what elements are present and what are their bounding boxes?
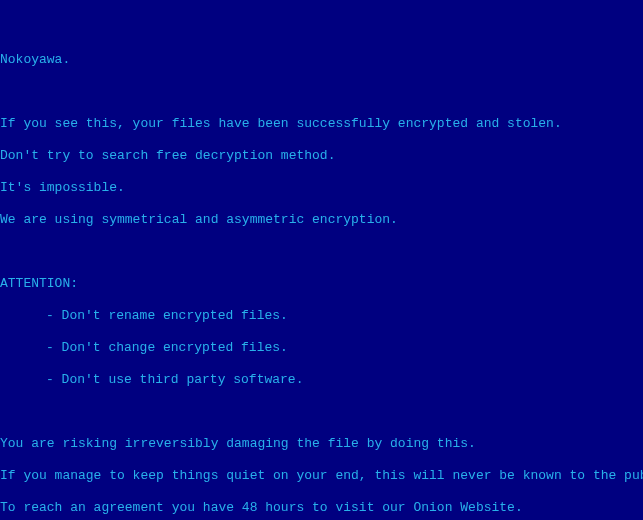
intro-line-4: We are using symmetrical and asymmetric …	[0, 212, 643, 228]
warning-line-3: To reach an agreement you have 48 hours …	[0, 500, 643, 516]
note-title: Nokoyawa.	[0, 52, 643, 68]
attention-header: ATTENTION:	[0, 276, 643, 292]
intro-line-3: It's impossible.	[0, 180, 643, 196]
attention-item-3: - Don't use third party software.	[0, 372, 643, 388]
intro-line-1: If you see this, your files have been su…	[0, 116, 643, 132]
attention-item-1: - Don't rename encrypted files.	[0, 308, 643, 324]
blank-line	[0, 84, 643, 100]
attention-item-2: - Don't change encrypted files.	[0, 340, 643, 356]
intro-line-2: Don't try to search free decryption meth…	[0, 148, 643, 164]
blank-line	[0, 404, 643, 420]
warning-line-2: If you manage to keep things quiet on yo…	[0, 468, 643, 484]
blank-line	[0, 244, 643, 260]
warning-line-1: You are risking irreversibly damaging th…	[0, 436, 643, 452]
